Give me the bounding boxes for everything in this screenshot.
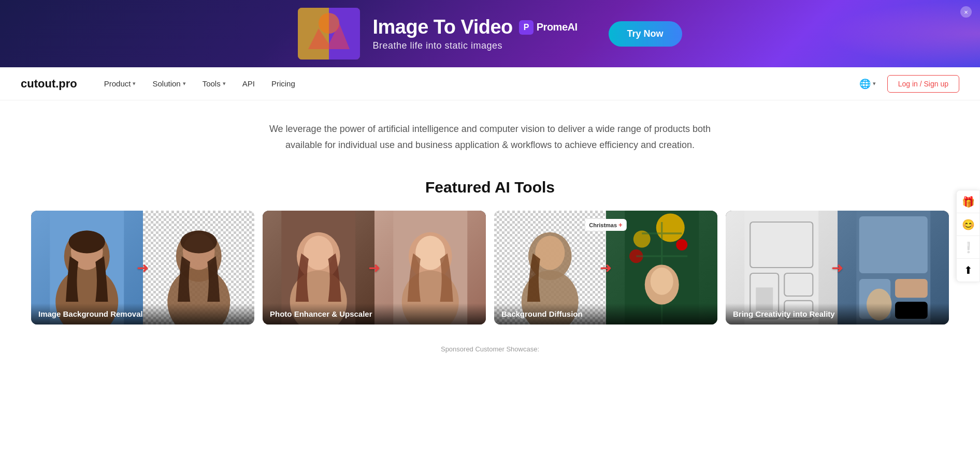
ad-image	[298, 8, 360, 60]
ad-banner: × Image To Video P PromeAI Breathe life …	[0, 0, 980, 67]
scroll-top-button[interactable]: ⬆	[957, 259, 979, 282]
christmas-badge: Christmas +	[585, 219, 626, 231]
tool-card-background-diffusion[interactable]: Christmas + ➜ Background Diffusion	[494, 211, 717, 325]
card2-arrow-icon: ➜	[368, 259, 380, 276]
svg-rect-39	[859, 216, 927, 273]
nav-product[interactable]: Product ▾	[98, 75, 142, 92]
login-button[interactable]: Log in / Sign up	[887, 75, 959, 93]
nav-solution[interactable]: Solution ▾	[146, 75, 192, 92]
svg-point-24	[535, 236, 565, 270]
avatar-icon: 😊	[962, 218, 975, 231]
tool-card-photo-enhancer[interactable]: ➜ Photo Enhancer & Upscaler	[263, 211, 486, 325]
gift-icon: 🎁	[962, 196, 975, 208]
ad-cta-button[interactable]: Try Now	[609, 21, 682, 47]
sidebar-right: 🎁 😊 ❕ ⬆	[956, 190, 980, 282]
svg-point-26	[656, 214, 684, 242]
featured-title: Featured AI Tools	[31, 179, 949, 196]
nav-pricing[interactable]: Pricing	[265, 75, 301, 92]
svg-point-28	[676, 239, 687, 250]
ad-close-button[interactable]: ×	[960, 6, 972, 18]
card-label-2: Background Diffusion	[494, 303, 717, 325]
avatar-button[interactable]: 😊	[957, 213, 979, 236]
card3-arrow-icon: ➜	[600, 259, 612, 276]
card4-arrow-icon: ➜	[831, 259, 843, 276]
svg-rect-41	[895, 279, 928, 298]
card-label-3: Bring Creativity into Reality	[726, 303, 949, 325]
hero-section: We leverage the power of artificial inte…	[257, 100, 723, 163]
nav-links: Product ▾ Solution ▾ Tools ▾ API Pricing	[98, 75, 854, 92]
card-label-0: Image Background Removal	[31, 303, 254, 325]
scroll-top-icon: ⬆	[964, 264, 973, 276]
sponsored-text: Sponsored Customer Showcase:	[0, 345, 980, 353]
featured-section: Featured AI Tools	[0, 163, 980, 335]
nav-api[interactable]: API	[236, 75, 261, 92]
ad-brand: P PromeAI	[519, 20, 578, 35]
notification-icon: ❕	[962, 241, 975, 254]
christmas-plus-icon: +	[618, 221, 623, 229]
ad-subtitle: Breathe life into static images	[372, 40, 577, 51]
ad-content: Image To Video P PromeAI Breathe life in…	[372, 16, 577, 51]
logo[interactable]: cutout.pro	[21, 77, 77, 91]
card-arrow-icon: ➜	[137, 259, 149, 276]
svg-point-13	[180, 231, 217, 254]
translate-icon: 🌐	[859, 78, 871, 90]
svg-point-9	[69, 231, 105, 254]
tool-card-background-removal[interactable]: ➜ Image Background Removal	[31, 211, 254, 325]
ad-title: Image To Video P PromeAI	[372, 16, 577, 38]
svg-point-31	[650, 268, 673, 295]
notification-button[interactable]: ❕	[957, 236, 979, 259]
product-chevron-icon: ▾	[133, 80, 136, 87]
svg-point-17	[304, 236, 333, 270]
nav-tools[interactable]: Tools ▾	[196, 75, 232, 92]
hero-description: We leverage the power of artificial inte…	[267, 121, 713, 153]
lang-chevron-icon: ▾	[873, 80, 876, 87]
svg-point-21	[415, 236, 445, 270]
promeai-icon: P	[519, 20, 534, 35]
gift-button[interactable]: 🎁	[957, 190, 979, 213]
language-button[interactable]: 🌐 ▾	[854, 75, 881, 93]
tool-card-creativity[interactable]: ➜ Bring Creativity into Reality	[726, 211, 949, 325]
navbar: cutout.pro Product ▾ Solution ▾ Tools ▾ …	[0, 67, 980, 100]
solution-chevron-icon: ▾	[183, 80, 186, 87]
tools-chevron-icon: ▾	[223, 80, 226, 87]
nav-right: 🌐 ▾ Log in / Sign up	[854, 75, 959, 93]
card-label-1: Photo Enhancer & Upscaler	[263, 303, 486, 325]
tools-grid: ➜ Image Background Removal	[31, 211, 949, 325]
